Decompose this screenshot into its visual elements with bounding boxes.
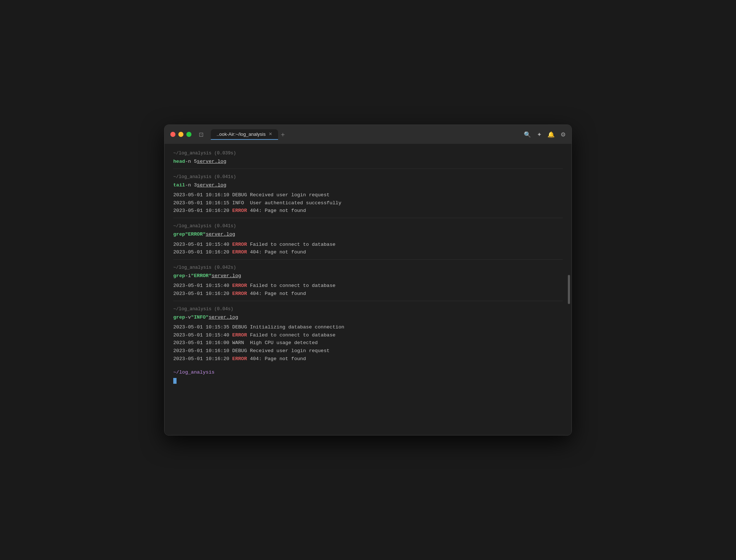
prompt-4: ~/log_analysis (0.042s): [173, 264, 563, 271]
cmd-file-1: server.log: [197, 158, 226, 166]
traffic-lights: [170, 132, 191, 137]
prompt-3: ~/log_analysis (0.041s): [173, 222, 563, 230]
sparkle-icon[interactable]: ✦: [537, 131, 542, 138]
command-block-3: ~/log_analysis (0.041s) grep "ERROR" ser…: [173, 218, 563, 256]
error-keyword: ERROR: [232, 249, 247, 255]
tab-bar: ..ook-Air:~/log_analysis ✕ ＋: [211, 129, 519, 140]
tab-active[interactable]: ..ook-Air:~/log_analysis ✕: [211, 129, 278, 140]
cmd-string-1: "ERROR": [185, 230, 206, 238]
prompt-2: ~/log_analysis (0.041s): [173, 173, 563, 181]
titlebar: ⊡ ..ook-Air:~/log_analysis ✕ ＋ 🔍 ✦ 🔔 ⚙: [165, 125, 571, 144]
terminal-body[interactable]: ~/log_analysis (0.039s) head -n 5 server…: [165, 144, 571, 435]
output-line: 2023-05-01 10:16:20 ERROR 404: Page not …: [173, 290, 563, 298]
command-block-5: ~/log_analysis (0.04s) grep -v "INFO" se…: [173, 301, 563, 363]
settings-icon[interactable]: ⚙: [561, 131, 566, 138]
output-line: 2023-05-01 10:16:10 DEBUG Received user …: [173, 191, 563, 199]
cmd-flag-1: -n 5: [185, 158, 197, 166]
titlebar-actions: 🔍 ✦ 🔔 ⚙: [524, 131, 566, 138]
cmd-grep-2: grep: [173, 272, 185, 280]
command-1: head -n 5 server.log: [173, 158, 563, 166]
output-line: 2023-05-01 10:15:40 ERROR Failed to conn…: [173, 282, 563, 290]
terminal-wrapper: ~/log_analysis (0.039s) head -n 5 server…: [165, 144, 571, 435]
cmd-grep-1: grep: [173, 230, 185, 238]
tab-label: ..ook-Air:~/log_analysis: [217, 131, 266, 137]
output-line: 2023-05-01 10:16:15 INFO User authentica…: [173, 199, 563, 207]
sidebar-icon: ⊡: [199, 131, 203, 138]
cmd-file-5: server.log: [209, 313, 238, 322]
scrollbar[interactable]: [568, 275, 570, 304]
error-keyword: ERROR: [232, 332, 247, 338]
cmd-file-4: server.log: [211, 272, 241, 280]
command-2: tail -n 3 server.log: [173, 181, 563, 189]
cmd-string-3: "INFO": [191, 313, 209, 322]
terminal-cursor: [173, 378, 177, 384]
command-4: grep -i "ERROR" server.log: [173, 272, 563, 280]
output-line: 2023-05-01 10:16:00 WARN High CPU usage …: [173, 339, 563, 347]
output-line: 2023-05-01 10:16:20 ERROR 404: Page not …: [173, 248, 563, 256]
command-3: grep "ERROR" server.log: [173, 230, 563, 238]
command-block-1: ~/log_analysis (0.039s) head -n 5 server…: [173, 150, 563, 166]
cmd-flag-4: -i: [185, 272, 191, 280]
alert-icon[interactable]: 🔔: [547, 131, 555, 138]
command-block-2: ~/log_analysis (0.041s) tail -n 3 server…: [173, 169, 563, 215]
prompt-5: ~/log_analysis (0.04s): [173, 305, 563, 313]
output-line: 2023-05-01 10:15:35 DEBUG Initializing d…: [173, 323, 563, 331]
cmd-file-2: server.log: [197, 181, 226, 189]
minimize-button[interactable]: [178, 132, 183, 137]
current-prompt: ~/log_analysis: [173, 368, 563, 376]
new-tab-button[interactable]: ＋: [280, 130, 286, 139]
cmd-tail: tail: [173, 181, 185, 189]
terminal-window: ⊡ ..ook-Air:~/log_analysis ✕ ＋ 🔍 ✦ 🔔 ⚙ ~…: [164, 125, 572, 435]
command-block-4: ~/log_analysis (0.042s) grep -i "ERROR" …: [173, 259, 563, 298]
cursor-line: [173, 378, 563, 384]
cmd-string-2: "ERROR": [191, 272, 212, 280]
error-keyword: ERROR: [232, 283, 247, 288]
prompt-1: ~/log_analysis (0.039s): [173, 150, 563, 157]
output-line: 2023-05-01 10:15:40 ERROR Failed to conn…: [173, 331, 563, 339]
error-keyword: ERROR: [232, 242, 247, 247]
output-line: 2023-05-01 10:16:10 DEBUG Received user …: [173, 347, 563, 355]
tab-close-icon[interactable]: ✕: [269, 131, 272, 137]
cmd-head: head: [173, 158, 185, 166]
cmd-grep-3: grep: [173, 313, 185, 322]
cmd-flag-2: -n 3: [185, 181, 197, 189]
output-line: 2023-05-01 10:16:20 ERROR 404: Page not …: [173, 207, 563, 215]
error-keyword: ERROR: [232, 356, 247, 362]
error-keyword: ERROR: [232, 208, 247, 213]
cmd-file-3: server.log: [206, 230, 235, 238]
output-line: 2023-05-01 10:16:20 ERROR 404: Page not …: [173, 355, 563, 363]
search-icon[interactable]: 🔍: [524, 131, 531, 138]
maximize-button[interactable]: [186, 132, 191, 137]
command-5: grep -v "INFO" server.log: [173, 313, 563, 322]
close-button[interactable]: [170, 132, 175, 137]
cmd-flag-5: -v: [185, 313, 191, 322]
output-line: 2023-05-01 10:15:40 ERROR Failed to conn…: [173, 241, 563, 249]
error-keyword: ERROR: [232, 291, 247, 296]
